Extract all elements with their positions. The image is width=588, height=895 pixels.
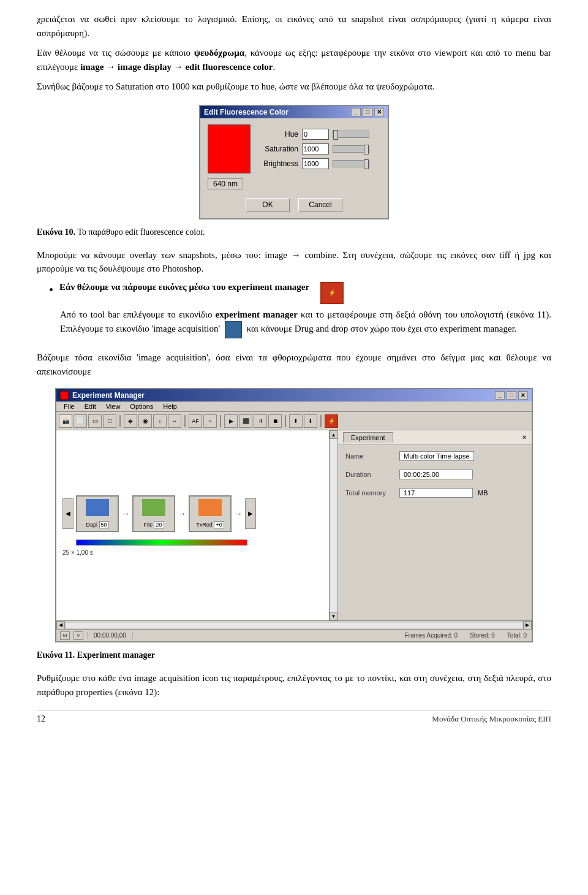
toolbar-btn-14[interactable]: ⏹	[268, 414, 282, 428]
dialog-minimize-btn[interactable]: _	[351, 108, 361, 116]
dialog-titlebar-icons: _ □ ✕	[351, 108, 384, 116]
status-m-btn[interactable]: M	[60, 631, 70, 640]
scroll-up-arrow[interactable]: ▲	[330, 430, 338, 439]
hue-row: Hue	[255, 129, 380, 140]
menu-edit[interactable]: Edit	[80, 402, 101, 411]
toolbar-btn-10[interactable]: ~	[203, 414, 217, 428]
toolbar-btn-9[interactable]: AF	[189, 414, 202, 428]
brightness-slider[interactable]	[333, 160, 369, 167]
caption-11-body: Ρυθμίζουμε στο κάθε ένα image acquisitio…	[37, 671, 551, 699]
memory-unit: MB	[478, 489, 488, 497]
toolbar-btn-11[interactable]: ▶	[224, 414, 238, 428]
menu-view[interactable]: View	[101, 402, 126, 411]
paragraph-2: Εάν θέλουμε να τις σώσουμε με κάποιο ψευ…	[37, 46, 551, 74]
toolbar-btn-8[interactable]: ↔	[168, 414, 181, 428]
total-count: Total: 0	[507, 632, 527, 639]
scroll-left-arrow[interactable]: ◀	[56, 621, 65, 630]
frames-acquired: Frames Acquired: 0	[404, 632, 458, 639]
txred-label: TxRed +0	[196, 522, 224, 528]
paragraph-5: Βάζουμε τόσα εικονίδια 'image acquisitio…	[37, 351, 551, 378]
paragraph-4: Μπορούμε να κάνουμε overlay των snapshot…	[37, 248, 551, 276]
bullet-section: • Εάν θέλουμε να πάρουμε εικόνες μέσω το…	[37, 282, 551, 345]
workflow-nav-right[interactable]: ▶	[245, 498, 256, 529]
brightness-input[interactable]	[302, 158, 329, 169]
caption-11: Εικόνα 11. Experiment manager	[37, 649, 551, 661]
memory-value: 117	[399, 488, 473, 498]
status-left: M V	[56, 631, 87, 640]
page-footer: 12 Μονάδα Οπτικής Μικροσκοπίας ΕΙΠ	[37, 710, 551, 724]
expmanager-titlebar: Experiment Manager _ □ ✕	[56, 389, 532, 402]
expmanager-statusbar: M V 00:00:00,00 Frames Acquired: 0 Store…	[56, 629, 532, 641]
expmanager-workflow-panel: ◀ Dapi 50 → Fitc 20 →	[56, 430, 338, 620]
cancel-button[interactable]: Cancel	[298, 198, 342, 212]
toolbar-btn-3[interactable]: ▭	[88, 414, 102, 428]
hue-slider[interactable]	[333, 131, 369, 138]
expmanager-minimize-btn[interactable]: _	[495, 391, 505, 400]
expmanager-window-icon	[60, 391, 69, 400]
dialog-title: Edit Fluorescence Color	[204, 108, 288, 116]
ok-button[interactable]: OK	[246, 198, 290, 212]
props-tab-experiment[interactable]: Experiment	[343, 432, 393, 443]
saturation-slider[interactable]	[333, 145, 369, 153]
image-acquisition-icon	[225, 321, 242, 338]
props-close-btn[interactable]: ✕	[522, 434, 527, 441]
dialog-container: Edit Fluorescence Color _ □ ✕ Hue	[37, 105, 551, 219]
toolbar-sep-3	[220, 415, 221, 427]
toolbar-btn-5[interactable]: ◈	[124, 414, 137, 428]
toolbar-btn-7[interactable]: ↕	[153, 414, 167, 428]
dialog-buttons: OK Cancel	[208, 198, 380, 212]
toolbar-btn-15[interactable]: ⬆	[289, 414, 303, 428]
status-v-btn[interactable]: V	[74, 631, 83, 640]
txred-icon	[198, 499, 222, 516]
toolbar-btn-12[interactable]: ⬛	[239, 414, 252, 428]
props-memory-field: Total memory 117 MB	[345, 488, 524, 498]
toolbar-sep-5	[320, 415, 322, 427]
workflow-block-dapi[interactable]: Dapi 50	[76, 495, 119, 532]
toolbar-btn-1[interactable]: 📷	[59, 414, 72, 428]
dapi-label: Dapi 50	[86, 522, 108, 528]
workflow-area: ◀ Dapi 50 → Fitc 20 →	[56, 430, 329, 620]
bullet-point: •	[49, 283, 53, 297]
props-body: Name Multi-color Time-lapse Duration 00:…	[338, 445, 532, 504]
edit-fluorescence-dialog: Edit Fluorescence Color _ □ ✕ Hue	[199, 105, 389, 219]
expmanager-titlebar-icons: _ □ ✕	[495, 391, 528, 400]
hue-input[interactable]	[302, 129, 329, 140]
toolbar-btn-4[interactable]: □	[103, 414, 116, 428]
brightness-label: Brightness	[255, 159, 298, 168]
dialog-maximize-btn[interactable]: □	[363, 108, 372, 116]
saturation-input[interactable]	[302, 143, 329, 154]
props-duration-field: Duration 00:00:25,00	[345, 470, 524, 479]
menu-options[interactable]: Options	[125, 402, 158, 411]
stored-count: Stored: 0	[470, 632, 495, 639]
props-name-field: Name Multi-color Time-lapse	[345, 451, 524, 461]
dialog-titlebar: Edit Fluorescence Color _ □ ✕	[200, 106, 388, 118]
wf-arrow-2: →	[178, 509, 186, 519]
toolbar-btn-exp[interactable]: ⚡	[325, 414, 338, 428]
menu-help[interactable]: Help	[158, 402, 182, 411]
fitc-label: Fitc 20	[143, 522, 164, 528]
expmanager-close-btn[interactable]: ✕	[518, 391, 528, 400]
workflow-block-fitc[interactable]: Fitc 20	[132, 495, 175, 532]
expmanager-content: ◀ Dapi 50 → Fitc 20 →	[56, 430, 532, 620]
menu-file[interactable]: File	[59, 402, 80, 411]
expmanager-maximize-btn[interactable]: □	[507, 391, 516, 400]
wf-arrow-3: →	[234, 509, 243, 519]
memory-label: Total memory	[345, 489, 394, 497]
scroll-down-arrow[interactable]: ▼	[330, 612, 338, 620]
toolbar-btn-2[interactable]: ⬜	[74, 414, 87, 428]
expmanager-scrollbar-h[interactable]: ◀ ▶	[56, 620, 532, 629]
toolbar-btn-13[interactable]: ⏸	[254, 414, 267, 428]
page-number: 12	[37, 714, 45, 724]
workflow-row: ◀ Dapi 50 → Fitc 20 →	[62, 495, 256, 532]
expmanager-menubar: File Edit View Options Help	[56, 402, 532, 412]
scroll-right-arrow[interactable]: ▶	[523, 621, 532, 630]
toolbar-sep-4	[285, 415, 286, 427]
workflow-scrollbar-v[interactable]: ▲ ▼	[329, 430, 337, 620]
scroll-track-h	[66, 623, 522, 628]
color-gradient-bar	[76, 539, 247, 546]
workflow-nav-left[interactable]: ◀	[62, 498, 74, 529]
toolbar-btn-16[interactable]: ⬇	[304, 414, 317, 428]
workflow-block-txred[interactable]: TxRed +0	[189, 495, 232, 532]
dialog-close-btn[interactable]: ✕	[374, 108, 384, 116]
toolbar-btn-6[interactable]: ◉	[138, 414, 152, 428]
